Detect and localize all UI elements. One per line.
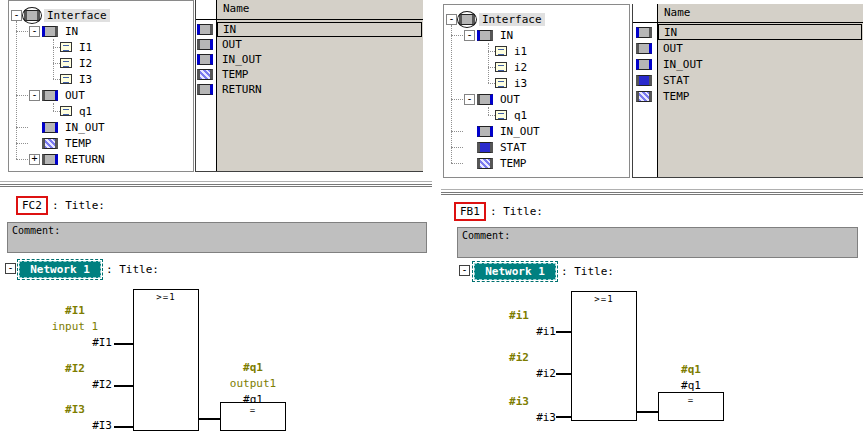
decl-inout-icon: [42, 122, 58, 133]
symbol-comment: input 1: [38, 319, 112, 335]
block-title-field[interactable]: : Title:: [52, 198, 105, 213]
decl-inout-icon: [197, 54, 213, 65]
output-wire: [199, 418, 220, 420]
tree-item-out[interactable]: - OUT: [444, 91, 629, 107]
operand-field[interactable]: #i3: [482, 410, 556, 426]
table-cell-name: IN: [658, 24, 862, 40]
table-row[interactable]: IN_OUT: [196, 52, 423, 67]
decl-in-icon: [42, 26, 58, 37]
tree-item-label: TEMP: [62, 137, 95, 150]
table-row[interactable]: IN: [633, 24, 863, 40]
tree-item-label: Interface: [44, 9, 110, 22]
horizontal-splitter[interactable]: [441, 189, 863, 195]
step7-editor-window: - Interface - IN I1 I2 I3 - OUT: [0, 0, 863, 436]
table-row[interactable]: TEMP: [633, 88, 863, 104]
network-collapse-icon[interactable]: -: [5, 263, 16, 274]
table-cell-name: TEMP: [217, 67, 423, 82]
variable-icon: [495, 46, 507, 56]
expand-toggle-icon[interactable]: -: [464, 30, 475, 41]
tree-item-in-out[interactable]: IN_OUT: [9, 119, 193, 135]
expand-toggle-icon[interactable]: +: [29, 154, 40, 165]
tree-item-label: q1: [76, 105, 95, 118]
tree-item-in-out[interactable]: IN_OUT: [444, 123, 629, 139]
block-name-field[interactable]: FB1: [454, 202, 486, 221]
tree-item-in[interactable]: - IN: [444, 27, 629, 43]
network-title-field[interactable]: : Title:: [106, 262, 159, 277]
decl-stat-icon: [636, 75, 652, 86]
fb1-interface-tree: - Interface - IN i1 i2 i3 - OUT: [443, 4, 630, 178]
variable-icon: [495, 78, 507, 88]
tree-item-interface[interactable]: - Interface: [444, 11, 629, 27]
expand-toggle-icon[interactable]: -: [11, 10, 22, 21]
tree-item-label: IN_OUT: [497, 125, 543, 138]
input-3-labels: #I3 #I3: [38, 402, 112, 434]
expand-toggle-icon[interactable]: -: [446, 14, 457, 25]
or-gate-box[interactable]: >=1: [571, 291, 637, 421]
symbol-comment: output1: [213, 376, 293, 392]
tree-item-temp[interactable]: TEMP: [9, 135, 193, 151]
tree-item-label: I1: [76, 41, 95, 54]
assign-coil-box[interactable]: =: [220, 402, 286, 431]
tree-item-i1[interactable]: I1: [9, 39, 193, 55]
table-row[interactable]: OUT: [633, 40, 863, 56]
block-comment-field[interactable]: Comment:: [7, 222, 427, 253]
symbol-label: #q1: [651, 362, 731, 378]
tree-item-out[interactable]: - OUT: [9, 87, 193, 103]
table-cell-name: STAT: [658, 72, 863, 88]
operand-field[interactable]: #i1: [482, 324, 556, 340]
table-row[interactable]: TEMP: [196, 67, 423, 82]
network-collapse-icon[interactable]: -: [459, 265, 470, 276]
or-gate-label: >=1: [572, 294, 636, 304]
tree-item-return[interactable]: + RETURN: [9, 151, 193, 167]
tree-item-label: I2: [76, 57, 95, 70]
tree-item-label: RETURN: [62, 153, 108, 166]
input-wire: [556, 416, 571, 418]
output-wire: [637, 411, 658, 413]
expand-toggle-icon[interactable]: -: [29, 26, 40, 37]
network-label[interactable]: Network 1: [474, 263, 556, 280]
operand-field[interactable]: #I1: [38, 335, 112, 351]
tree-item-label: i2: [511, 61, 530, 74]
or-gate-box[interactable]: >=1: [133, 289, 199, 431]
table-row[interactable]: RETURN: [196, 82, 423, 97]
table-cell-name: IN_OUT: [217, 52, 423, 67]
table-row[interactable]: OUT: [196, 37, 423, 52]
tree-item-label: IN_OUT: [62, 121, 108, 134]
interface-icon: [24, 10, 40, 21]
tree-item-i1[interactable]: i1: [444, 43, 629, 59]
tree-item-q1[interactable]: q1: [9, 103, 193, 119]
block-comment-field[interactable]: Comment:: [457, 227, 858, 258]
network-label[interactable]: Network 1: [19, 261, 101, 278]
decl-stat-icon: [477, 142, 493, 153]
tree-item-interface[interactable]: - Interface: [9, 7, 193, 23]
tree-item-temp[interactable]: TEMP: [444, 155, 629, 171]
tree-item-label: OUT: [497, 93, 523, 106]
table-row[interactable]: IN_OUT: [633, 56, 863, 72]
tree-item-stat[interactable]: STAT: [444, 139, 629, 155]
table-cell-name: RETURN: [217, 82, 423, 97]
operand-field[interactable]: #I2: [38, 377, 112, 393]
network-title-field[interactable]: : Title:: [561, 264, 614, 279]
operand-field[interactable]: #I3: [38, 418, 112, 434]
table-row[interactable]: IN: [196, 22, 423, 37]
table-row[interactable]: STAT: [633, 72, 863, 88]
interface-icon: [459, 14, 475, 25]
tree-item-i2[interactable]: i2: [444, 59, 629, 75]
expand-toggle-icon[interactable]: -: [464, 94, 475, 105]
horizontal-splitter[interactable]: [0, 181, 432, 187]
decl-inout-icon: [636, 59, 652, 70]
variable-icon: [60, 42, 72, 52]
tree-item-in[interactable]: - IN: [9, 23, 193, 39]
tree-item-i3[interactable]: i3: [444, 75, 629, 91]
tree-item-label: q1: [511, 109, 530, 122]
operand-field[interactable]: #i2: [482, 366, 556, 382]
table-cell-name: OUT: [217, 37, 423, 52]
assign-coil-box[interactable]: =: [658, 392, 724, 421]
tree-item-i2[interactable]: I2: [9, 55, 193, 71]
block-name-field[interactable]: FC2: [16, 196, 48, 215]
expand-toggle-icon[interactable]: -: [29, 90, 40, 101]
tree-item-i3[interactable]: I3: [9, 71, 193, 87]
table-header: Name: [196, 0, 423, 20]
block-title-field[interactable]: : Title:: [490, 204, 543, 219]
tree-item-q1[interactable]: q1: [444, 107, 629, 123]
